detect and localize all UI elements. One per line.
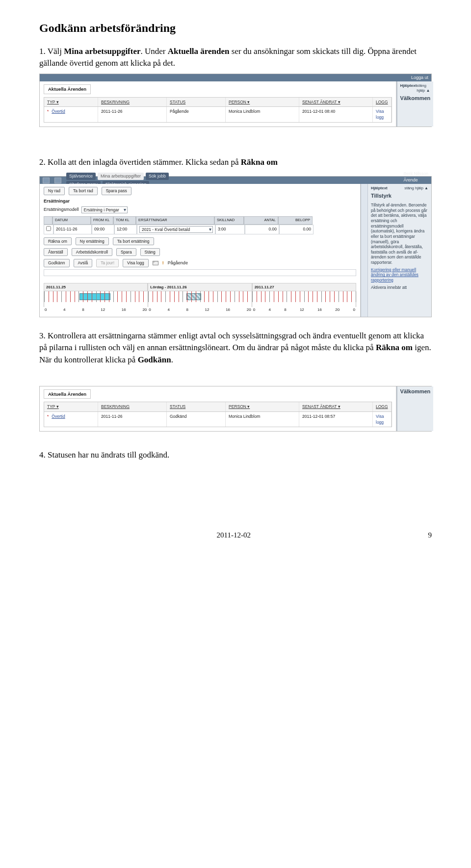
col-belopp: BELOPP — [278, 216, 313, 225]
tl-day2 — [148, 291, 252, 307]
aterstall-button[interactable]: Återställ — [44, 248, 68, 256]
footer-page: 9 — [428, 530, 432, 541]
col-status[interactable]: STATUS — [167, 402, 226, 411]
row-checkbox[interactable] — [46, 226, 51, 231]
arbetstidskontroll-button[interactable]: Arbetstidskontroll — [72, 248, 112, 256]
side-helplink[interactable]: Korrigering eller manuell ändring av den… — [371, 267, 428, 283]
tab-sok-jobb[interactable]: Sök jobb — [146, 173, 169, 180]
visa-logg-button[interactable]: Visa logg — [123, 259, 149, 267]
tl-day1-label: 2011.11.25 — [44, 283, 148, 292]
step-4-text: 4. Statusen har nu ändrats till godkänd. — [39, 449, 432, 461]
rakna-om-button[interactable]: Räkna om — [44, 237, 72, 245]
stang-hjalp-link[interactable]: stäng hjälp ▲ — [404, 186, 428, 191]
cell-andrat: 2011-12-01 08:40 — [299, 107, 373, 122]
step-3-text: 3. Kontrollera att ersättningarna stämme… — [39, 330, 432, 366]
col-ersattningar: ERSÄTTNINGAR — [136, 216, 214, 225]
spara-pass-button[interactable]: Spara pass — [102, 187, 131, 195]
ersattningsmodell-select[interactable]: Ersättning i Pengar — [81, 206, 128, 213]
col-logg[interactable]: LOGG — [373, 98, 392, 106]
col-typ[interactable]: TYP ▾ — [44, 98, 98, 106]
help-icon[interactable] — [54, 178, 61, 183]
cell-skillnad: 3:00 — [215, 225, 245, 234]
col-status[interactable]: STATUS — [167, 98, 226, 106]
visa-logg-link[interactable]: Visa logg — [373, 412, 392, 427]
col-from: FROM KL — [91, 216, 113, 225]
spara-button[interactable]: Spara — [116, 248, 136, 256]
ersattning-row[interactable]: 2011-11-26 09:00 12:00 2021 - Kval Övert… — [44, 225, 356, 234]
status-text: Pågående — [168, 260, 188, 266]
ersattningsmodell-label: Ersättningsmodell — [44, 206, 79, 213]
col-senast-andrat[interactable]: SENAST ÄNDRAT ▾ — [299, 402, 373, 411]
new-star-icon: * — [47, 414, 49, 419]
status-input[interactable] — [44, 269, 356, 276]
arende-link[interactable]: Ärende — [403, 177, 428, 183]
aktuella-arenden-table[interactable]: TYP ▾ BESKRIVNING STATUS PERSON ▾ SENAST… — [44, 402, 392, 427]
col-beskrivning[interactable]: BESKRIVNING — [98, 98, 167, 106]
ta-bort-ersattning-button[interactable]: Ta bort ersättning — [113, 237, 154, 245]
stang-hjalp-link[interactable]: stäng hjälp ▲ — [417, 83, 430, 93]
col-antal: ANTAL — [244, 216, 278, 225]
cell-typ[interactable]: Övertid — [52, 414, 65, 419]
warning-icon: ! — [162, 260, 164, 266]
screenshot-aktuella-arenden-1: Logga ut Aktuella Ärenden TYP ▾ BESKRIVN… — [39, 74, 432, 127]
col-person[interactable]: PERSON ▾ — [226, 98, 299, 106]
col-logg[interactable]: LOGG — [373, 402, 392, 411]
col-senast-andrat[interactable]: SENAST ÄNDRAT ▾ — [299, 98, 373, 106]
screenshot-aktuella-arenden-2: Aktuella Ärenden TYP ▾ BESKRIVNING STATU… — [39, 386, 432, 432]
screenshot-tillstyrk-form: Självservice Mina arbetsuppgifter Sök jo… — [39, 176, 432, 317]
ny-ersattning-button[interactable]: Ny ersättning — [76, 237, 109, 245]
scrollbar[interactable] — [361, 184, 367, 316]
cell-antal: 0.00 — [245, 225, 279, 234]
table-row[interactable]: *Övertid 2011-11-26 Godkänd Monica Lindb… — [44, 412, 392, 427]
godkann-button[interactable]: Godkänn — [44, 259, 70, 267]
cell-typ[interactable]: Övertid — [52, 109, 65, 114]
cell-person: Monica Lindblom — [226, 107, 299, 122]
cell-datum: 2011-11-26 — [53, 225, 92, 234]
tl-day3 — [252, 291, 356, 307]
cell-status: Godkänd — [167, 412, 226, 427]
aktuella-arenden-table[interactable]: TYP ▾ BESKRIVNING STATUS PERSON ▾ SENAST… — [44, 97, 392, 123]
timeline: 2011.11.25 Lördag - 2011.11.26 2011.11.2… — [44, 283, 356, 313]
col-datum: DATUM — [52, 216, 91, 225]
side-title: Tillstyrk — [371, 193, 428, 200]
cell-besk: 2011-11-26 — [98, 107, 167, 122]
tl-day1 — [44, 291, 148, 307]
step-2-text: 2. Kolla att den inlagda övertiden stämm… — [39, 156, 432, 169]
col-beskrivning[interactable]: BESKRIVNING — [98, 402, 167, 411]
col-skillnad: SKILLNAD — [214, 216, 244, 225]
page-footer: 2011-12-02 9 — [39, 530, 432, 541]
col-typ[interactable]: TYP ▾ — [44, 402, 98, 411]
ta-jour-button: Ta jour! — [96, 259, 119, 267]
home-icon[interactable] — [43, 178, 50, 183]
cell-person: Monica Lindblom — [226, 412, 299, 427]
ny-rad-button[interactable]: Ny rad — [44, 187, 65, 195]
envelope-icon[interactable] — [153, 261, 158, 265]
cell-belopp: 0.00 — [279, 225, 314, 234]
logga-ut-link[interactable]: Logga ut — [411, 75, 428, 81]
cell-status: Pågående — [167, 107, 226, 122]
panel-title: Aktuella Ärenden — [44, 84, 91, 94]
ta-bort-rad-button[interactable]: Ta bort rad — [69, 187, 98, 195]
visa-logg-link[interactable]: Visa logg — [373, 107, 392, 122]
tab-sjalvservice[interactable]: Självservice — [66, 173, 96, 180]
cell-tom[interactable]: 12:00 — [114, 225, 137, 234]
ersattning-select[interactable]: 2021 - Kval Övertid betald — [139, 226, 213, 233]
page-heading: Godkänn arbetsförändring — [39, 20, 432, 37]
side-title: Välkommen — [400, 388, 431, 395]
hjalptext-label: Hjälptext — [371, 186, 388, 191]
tl-day3-label: 2011.11.27 — [252, 283, 356, 292]
table-row[interactable]: *Övertid 2011-11-26 Pågående Monica Lind… — [44, 107, 392, 122]
cell-andrat: 2011-12-01 08:57 — [299, 412, 373, 427]
tl-day2-label: Lördag - 2011.11.26 — [148, 283, 252, 292]
ersattningar-heading: Ersättningar — [44, 198, 356, 204]
cell-besk: 2011-11-26 — [98, 412, 167, 427]
tab-mina-arbetsuppgifter[interactable]: Mina arbetsuppgifter — [98, 173, 144, 180]
col-person[interactable]: PERSON ▾ — [226, 402, 299, 411]
footer-date: 2011-12-02 — [217, 530, 251, 541]
avsla-button[interactable]: Avslå — [74, 259, 93, 267]
side-title: Välkommen — [400, 95, 431, 102]
step-1-text: 1. Välj Mina arbetsuppgifter. Under Aktu… — [39, 46, 432, 70]
cell-from[interactable]: 09:00 — [92, 225, 114, 234]
stang-button[interactable]: Stäng — [140, 248, 160, 256]
new-star-icon: * — [47, 109, 49, 114]
